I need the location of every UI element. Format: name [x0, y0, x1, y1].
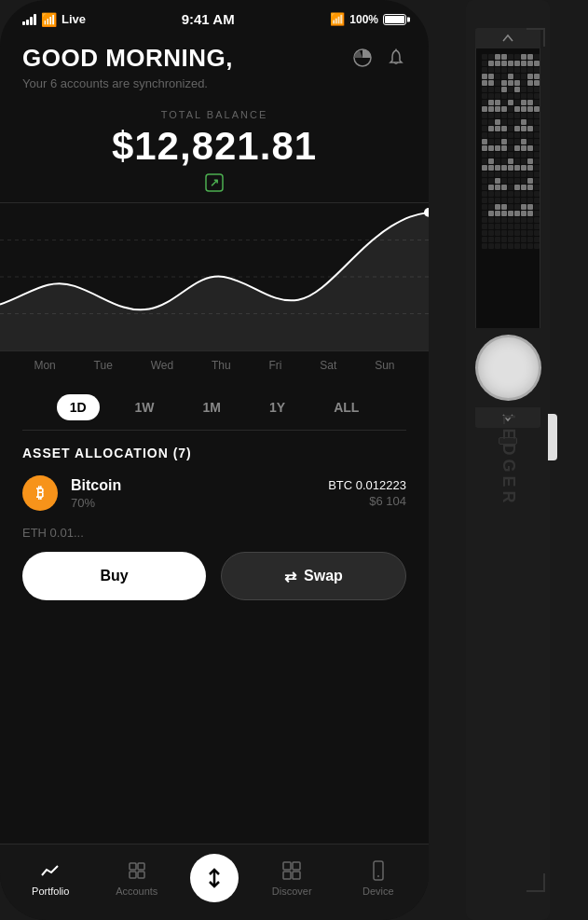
header-icons [352, 48, 406, 73]
balance-amount: $12,821.81 [0, 124, 429, 169]
svg-rect-16 [293, 872, 300, 879]
svg-rect-14 [293, 862, 300, 870]
svg-rect-13 [283, 862, 291, 870]
day-tue: Tue [94, 359, 113, 372]
svg-rect-11 [138, 872, 144, 878]
nav-center[interactable] [180, 854, 249, 902]
device-nav-icon [367, 859, 390, 882]
balance-change: ↗ [0, 172, 429, 193]
accounts-nav-icon [126, 859, 148, 882]
balance-label: TOTAL BALANCE [0, 109, 429, 120]
status-right: 📶 100% [330, 12, 406, 26]
bracket-bottom [526, 873, 545, 892]
asset-bitcoin-left: ₿ Bitcoin 70% [22, 475, 121, 511]
asset-bitcoin-name: Bitcoin [71, 477, 121, 494]
nav-accounts-label: Accounts [116, 886, 157, 897]
status-left: 📶 Live [22, 12, 86, 27]
header: GOOD MORNING, Your 6 accounts are synchr… [0, 27, 429, 100]
time-label: 9:41 AM [182, 11, 235, 27]
buy-button[interactable]: Buy [22, 552, 206, 600]
asset-bitcoin-info: Bitcoin 70% [71, 477, 121, 510]
ledger-brand: LEDGER [499, 414, 518, 506]
ledger-screen [475, 48, 540, 328]
nav-discover[interactable]: Discover [249, 859, 335, 897]
day-fri: Fri [268, 359, 281, 372]
nav-discover-label: Discover [272, 886, 312, 897]
svg-rect-9 [130, 872, 136, 878]
discover-nav-icon [280, 859, 303, 882]
asset-bitcoin-amount: BTC 0.012223 [328, 478, 406, 492]
asset-bitcoin[interactable]: ₿ Bitcoin 70% BTC 0.012223 $6 104 [0, 475, 429, 526]
nav-accounts[interactable]: Accounts [94, 859, 181, 897]
day-mon: Mon [34, 359, 55, 372]
greeting-block: GOOD MORNING, Your 6 accounts are synchr… [22, 44, 233, 90]
status-bar: 📶 Live 9:41 AM 📶 100% [0, 0, 429, 27]
nav-center-button[interactable] [190, 854, 239, 902]
battery-icon [383, 14, 406, 25]
nav-device-label: Device [362, 886, 394, 897]
asset-bitcoin-value: $6 104 [328, 494, 406, 508]
wifi-icon: 📶 [41, 12, 57, 27]
svg-text:↗: ↗ [210, 176, 219, 189]
carrier-label: Live [62, 12, 86, 26]
period-all[interactable]: ALL [321, 394, 372, 420]
swap-button[interactable]: ⇄ Swap [221, 552, 406, 600]
bottom-nav: Portfolio Accounts [0, 844, 429, 920]
bracket-top [526, 28, 545, 47]
buy-label: Buy [100, 568, 128, 584]
balance-section: TOTAL BALANCE $12,821.81 ↗ [0, 100, 429, 193]
svg-rect-10 [138, 863, 144, 870]
day-sun: Sun [375, 359, 394, 372]
swap-icon: ⇄ [284, 568, 296, 585]
period-1w[interactable]: 1W [122, 394, 168, 420]
ledger-connector [548, 414, 557, 460]
nav-device[interactable]: Device [335, 859, 422, 897]
asset-bitcoin-pct: 70% [71, 496, 121, 510]
greeting-subtitle: Your 6 accounts are synchronized. [22, 76, 233, 90]
nav-portfolio[interactable]: Portfolio [7, 859, 94, 897]
battery-pct: 100% [349, 13, 378, 26]
chevron-up-icon [502, 34, 513, 43]
swap-label: Swap [304, 568, 343, 584]
battery-fill [385, 16, 404, 23]
ledger-wheel[interactable] [478, 337, 539, 398]
action-buttons: Buy ⇄ Swap [0, 544, 429, 615]
period-1y[interactable]: 1Y [256, 394, 298, 420]
period-1m[interactable]: 1M [190, 394, 234, 420]
period-1d[interactable]: 1D [57, 394, 100, 420]
notification-icon[interactable] [386, 48, 406, 73]
ledger-device: LEDGER [429, 0, 588, 920]
section-divider [22, 430, 406, 431]
chart-days: Mon Tue Wed Thu Fri Sat Sun [0, 351, 429, 379]
asset-bitcoin-right: BTC 0.012223 $6 104 [328, 478, 406, 508]
svg-rect-15 [283, 872, 291, 879]
phone: 📶 Live 9:41 AM 📶 100% GOOD MORNING, Your… [0, 0, 429, 920]
day-wed: Wed [151, 359, 173, 372]
bitcoin-icon: ₿ [22, 475, 58, 511]
chart-svg [0, 203, 429, 350]
svg-rect-8 [130, 863, 136, 870]
ledger-body: LEDGER [466, 0, 550, 920]
portfolio-icon[interactable] [352, 48, 373, 73]
portfolio-nav-icon [39, 859, 62, 882]
transfer-icon [203, 867, 226, 889]
bluetooth-icon: 📶 [330, 12, 345, 26]
greeting-title: GOOD MORNING, [22, 44, 233, 73]
day-thu: Thu [212, 359, 231, 372]
svg-point-18 [377, 875, 379, 877]
day-sat: Sat [320, 359, 336, 372]
chart-container [0, 202, 429, 351]
asset-allocation-title: ASSET ALLOCATION (7) [0, 446, 429, 475]
nav-portfolio-label: Portfolio [32, 886, 69, 897]
asset-eth-partial: ETH 0.01... [0, 526, 429, 544]
period-selector: 1D 1W 1M 1Y ALL [0, 379, 429, 430]
signal-bars [22, 14, 36, 25]
